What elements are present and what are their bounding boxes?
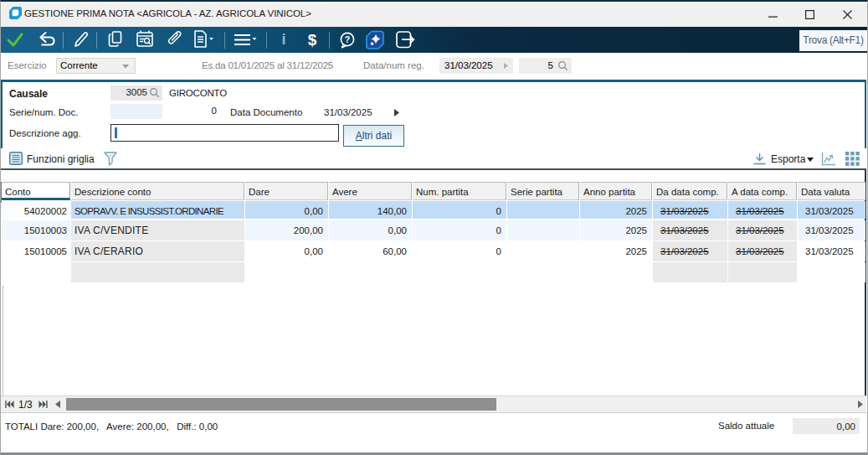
- svg-text:?: ?: [345, 34, 350, 44]
